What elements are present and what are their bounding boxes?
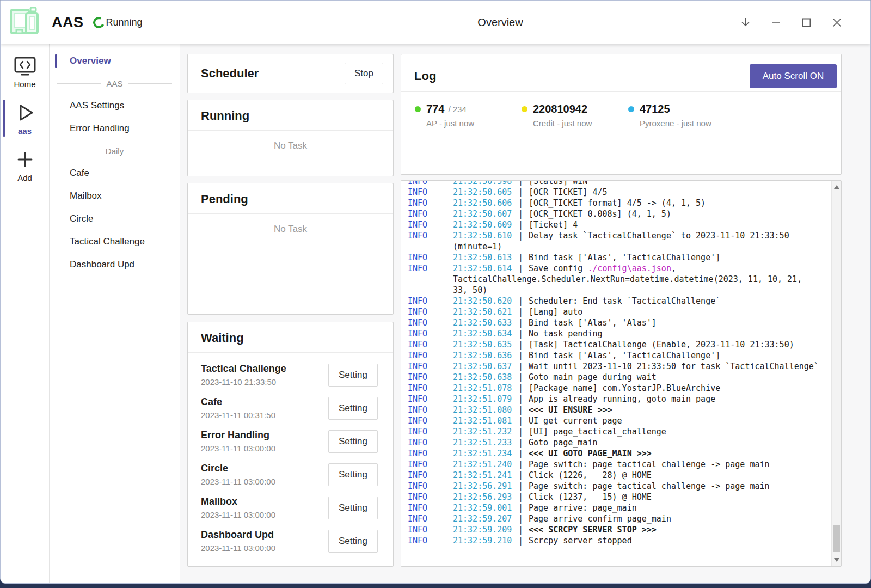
log-line: INFO21:32:51.241|Click (1226, 28) @ HOME	[408, 470, 841, 481]
task-next-run: 2023-11-11 03:00:00	[201, 542, 275, 555]
setting-button[interactable]: Setting	[328, 497, 378, 519]
log-line: INFO21:32:51.234|<<< UI GOTO PAGE_MAIN >…	[408, 448, 841, 459]
log-line: INFO21:32:51.233|Goto page_main	[408, 437, 841, 448]
rail-item-aas[interactable]: aas	[1, 99, 49, 138]
stop-button[interactable]: Stop	[345, 63, 383, 84]
task-next-run: 2023-11-11 03:00:00	[201, 509, 275, 522]
nav-item-overview[interactable]: Overview	[50, 50, 180, 72]
setting-button[interactable]: Setting	[328, 364, 378, 387]
log-line: INFO21:32:50.607|[OCR_TICKET 0.008s] (4,…	[408, 209, 841, 219]
nav-item-tactical-challenge[interactable]: Tactical Challenge	[50, 230, 180, 253]
waiting-title: Waiting	[188, 331, 393, 345]
log-line: INFO21:32:59.209|<<< SCRCPY SERVER STOP …	[408, 524, 841, 535]
task-next-run: 2023-11-11 03:00:00	[201, 442, 275, 455]
stat-value: 47125	[640, 103, 670, 115]
running-title: Running	[188, 109, 393, 123]
log-line: TacticalChallenge.Scheduler.NextRun=date…	[408, 274, 841, 285]
log-line: INFO21:32:51.078|[Package_name] com.Yost…	[408, 383, 841, 394]
log-line: INFO21:32:50.637|Wait until 2023-11-10 2…	[408, 361, 841, 372]
maximize-icon[interactable]	[800, 16, 813, 29]
waiting-task-row: Tactical Challenge2023-11-10 21:33:50Set…	[201, 358, 378, 391]
waiting-task-row: Error Handling2023-11-11 03:00:00Setting	[201, 425, 378, 458]
running-empty-text: No Task	[188, 140, 393, 151]
setting-button[interactable]: Setting	[328, 530, 378, 553]
window-controls	[739, 1, 870, 44]
stat-dot-icon	[415, 106, 421, 112]
nav-section-divider: Daily	[50, 140, 180, 162]
log-line: INFO21:32:50.614|Save config ./config\aa…	[408, 263, 841, 274]
app-logo-icon	[6, 6, 42, 39]
waiting-task-row: Cafe2023-11-11 00:31:50Setting	[201, 391, 378, 425]
log-line: INFO21:32:51.232|[UI] page_tactical_chal…	[408, 426, 841, 437]
rail-item-home[interactable]: Home	[1, 53, 49, 91]
log-stat-ap: 774/ 234AP - just now	[415, 103, 522, 128]
log-lines: INFO21:32:50.598|[Status] WININFO21:32:5…	[401, 180, 841, 546]
main-content: Scheduler Stop Running No Task Pending N…	[180, 44, 871, 584]
scheduler-status: Running	[106, 17, 143, 28]
scrollbar-thumb[interactable]	[833, 525, 840, 552]
running-spinner-icon	[91, 15, 106, 30]
log-line: INFO21:32:50.598|[Status] WIN	[408, 180, 841, 187]
log-line: INFO21:32:50.634|No task pending	[408, 328, 841, 339]
scroll-up-icon[interactable]	[834, 185, 839, 189]
nav-section-divider: AAS	[50, 72, 180, 94]
log-line: INFO21:32:50.635|[Task] TacticalChalleng…	[408, 339, 841, 350]
task-column: Scheduler Stop Running No Task Pending N…	[187, 54, 394, 567]
stat-label: Credit - just now	[522, 119, 628, 128]
task-name: Error Handling	[201, 428, 275, 442]
task-name: Dashboard Upd	[201, 528, 275, 542]
log-scrollbar[interactable]	[831, 181, 841, 566]
task-next-run: 2023-11-11 03:00:00	[201, 475, 275, 488]
rail-item-add[interactable]: Add	[1, 145, 49, 185]
stat-suffix: / 234	[448, 105, 466, 114]
scheduler-card: Scheduler Stop	[187, 54, 394, 93]
nav-active-bar	[55, 54, 57, 68]
task-next-run: 2023-11-10 21:33:50	[201, 376, 286, 389]
plus-icon	[14, 149, 36, 170]
log-output-card: INFO21:32:50.598|[Status] WININFO21:32:5…	[401, 180, 842, 567]
stat-dot-icon	[628, 106, 634, 112]
log-column: Log Auto Scroll ON 774/ 234AP - just now…	[401, 54, 842, 567]
setting-button[interactable]: Setting	[328, 430, 378, 453]
log-line: INFO21:32:50.638|Goto main page during w…	[408, 372, 841, 383]
log-line: 33, 50)	[408, 285, 841, 296]
scroll-down-icon[interactable]	[834, 558, 839, 562]
divider	[188, 213, 393, 214]
nav-item-dashboard-upd[interactable]: Dashboard Upd	[50, 253, 180, 276]
task-name: Mailbox	[201, 494, 275, 509]
log-line: INFO21:32:59.207|Page arrive confirm pag…	[408, 513, 841, 524]
nav-item-error-handling[interactable]: Error Handling	[50, 117, 180, 140]
setting-button[interactable]: Setting	[328, 463, 378, 486]
divider	[188, 130, 393, 131]
task-name: Cafe	[201, 395, 275, 409]
log-line: INFO21:32:51.081|UI get current page	[408, 415, 841, 426]
pending-card: Pending No Task	[187, 183, 394, 315]
minimize-icon[interactable]	[770, 16, 782, 29]
stat-value: 220810942	[533, 103, 587, 115]
log-line: INFO21:32:50.620|Scheduler: End task `Ta…	[408, 296, 841, 307]
download-icon[interactable]	[739, 16, 752, 29]
setting-button[interactable]: Setting	[328, 397, 378, 420]
pending-title: Pending	[188, 192, 393, 206]
log-title: Log	[414, 69, 436, 83]
log-line: INFO21:32:50.636|Bind task ['Alas', 'Tac…	[408, 350, 841, 361]
log-line: INFO21:32:50.633|Bind task ['Alas', 'Ala…	[408, 317, 841, 328]
nav-item-mailbox[interactable]: Mailbox	[50, 185, 180, 207]
waiting-card: Waiting Tactical Challenge2023-11-10 21:…	[187, 322, 394, 567]
nav-item-circle[interactable]: Circle	[50, 207, 180, 230]
log-stats: 774/ 234AP - just now220810942Credit - j…	[401, 92, 841, 128]
log-line: INFO21:32:56.293|Click (1237, 15) @ HOME	[408, 492, 841, 503]
pending-empty-text: No Task	[188, 224, 393, 235]
nav-item-cafe[interactable]: Cafe	[50, 162, 180, 185]
log-line: INFO21:32:50.610|Delay task `TacticalCha…	[408, 230, 841, 241]
log-line: INFO21:32:50.609|[Ticket] 4	[408, 219, 841, 230]
auto-scroll-button[interactable]: Auto Scroll ON	[750, 64, 837, 88]
waiting-task-row: Circle2023-11-11 03:00:00Setting	[201, 458, 378, 491]
log-line: INFO21:32:50.606|[OCR_TICKET format] 4/5…	[408, 198, 841, 209]
log-header-row: Log Auto Scroll ON	[401, 63, 841, 89]
app-name: AAS	[52, 14, 84, 31]
nav-item-aas-settings[interactable]: AAS Settings	[50, 94, 180, 117]
log-line: INFO21:32:59.001|Page arrive: page_main	[408, 503, 841, 513]
active-indicator	[3, 100, 5, 137]
close-icon[interactable]	[831, 16, 843, 29]
